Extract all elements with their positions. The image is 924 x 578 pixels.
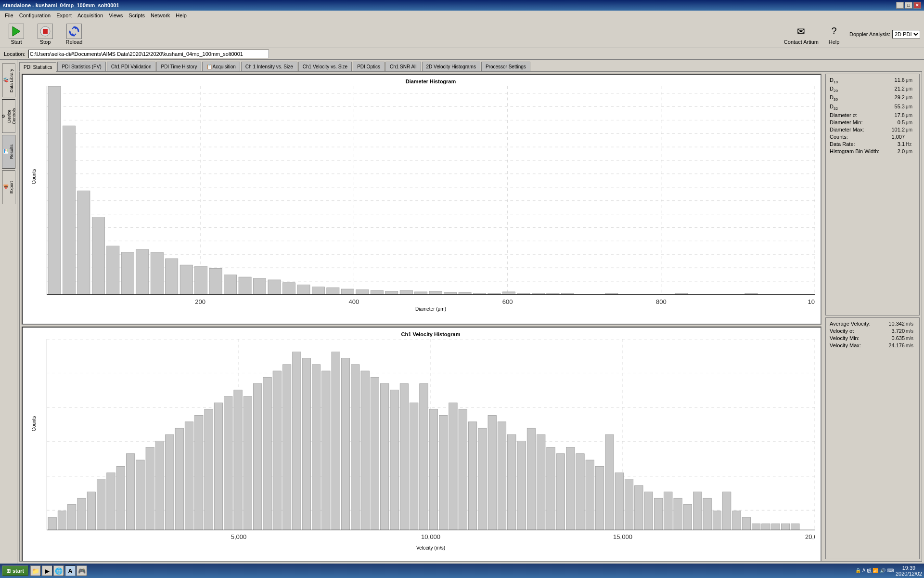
svg-rect-99 (68, 504, 76, 530)
d10-stat: D10 11.6 μm (830, 77, 915, 84)
svg-rect-32 (166, 259, 178, 295)
svg-rect-40 (282, 283, 295, 295)
doppler-analysis-control: Doppler Analysis: 2D PDI 1D PDI LDV (849, 30, 920, 39)
taskbar-apps: 📁 ▶ 🌐 A 🎮 (30, 565, 87, 576)
velocity-chart-panel: Ch1 Velocity Histogram Counts (22, 327, 821, 562)
velocity-x-label: Velocity (m/s) (47, 545, 815, 551)
svg-rect-50 (429, 291, 442, 294)
taskbar: ⊞ start 📁 ▶ 🌐 A 🎮 🔒 A 般 📶 🔊 ⌨ 19:39 2020… (0, 564, 924, 578)
svg-rect-118 (253, 383, 261, 530)
svg-rect-150 (566, 447, 574, 530)
maximize-button[interactable]: □ (905, 2, 912, 9)
svg-rect-108 (155, 441, 164, 530)
svg-rect-154 (605, 434, 614, 530)
stop-button[interactable]: Stop (33, 24, 58, 45)
svg-rect-31 (151, 252, 163, 295)
svg-rect-164 (703, 498, 711, 530)
export-icon: 📤 (3, 185, 8, 190)
svg-rect-148 (547, 447, 555, 530)
location-input[interactable] (28, 50, 269, 58)
reload-label: Reload (66, 39, 83, 45)
doppler-label: Doppler Analysis: (849, 31, 890, 37)
tab-acquisition[interactable]: 📋Acquisition (202, 62, 240, 71)
diameter-min-stat: Diameter Min: 0.5 μm (830, 119, 915, 125)
tab-ch1-intensity-size[interactable]: Ch 1 Intensity vs. Size (241, 62, 297, 71)
tab-pdi-time-history[interactable]: PDI Time History (156, 62, 201, 71)
menu-configuration[interactable]: Configuration (16, 12, 53, 19)
svg-rect-122 (293, 352, 301, 530)
svg-text:400: 400 (349, 298, 359, 305)
svg-rect-141 (478, 428, 487, 530)
taskbar-app-game[interactable]: 🎮 (77, 565, 87, 576)
sidebar-item-device-controls[interactable]: ⚙ Device Controls (2, 99, 15, 133)
tab-ch1-snr-all[interactable]: Ch1 SNR All (385, 62, 421, 71)
svg-rect-29 (121, 252, 134, 295)
contact-artium-button[interactable]: ✉ Contact Artium (784, 24, 819, 45)
menu-file[interactable]: File (2, 12, 16, 19)
reload-button[interactable]: Reload (62, 24, 87, 45)
tab-ch1-pdi-validation[interactable]: Ch1 PDI Validation (107, 62, 156, 71)
svg-rect-2 (43, 29, 48, 34)
tab-processor-settings[interactable]: Processor Settings (481, 62, 530, 71)
svg-rect-156 (625, 479, 633, 530)
svg-rect-43 (327, 288, 339, 295)
svg-rect-152 (586, 460, 594, 530)
svg-rect-161 (674, 498, 682, 530)
svg-rect-24 (48, 86, 61, 295)
tab-pdi-optics[interactable]: PDI Optics (353, 62, 385, 71)
svg-rect-159 (654, 498, 662, 530)
taskbar-app-ie[interactable]: 🌐 (53, 565, 64, 576)
tab-2d-velocity-histograms[interactable]: 2D Velocity Histograms (422, 62, 480, 71)
svg-rect-104 (116, 466, 125, 530)
start-button[interactable]: ⊞ start (2, 565, 28, 576)
taskbar-app-player[interactable]: ▶ (42, 565, 52, 576)
svg-rect-38 (253, 278, 266, 295)
tab-pdi-statistics-pv[interactable]: PDI Statistics (PV) (57, 62, 105, 71)
svg-text:800: 800 (656, 298, 667, 305)
svg-rect-97 (48, 517, 56, 530)
svg-rect-134 (410, 403, 418, 530)
svg-text:20,000: 20,000 (805, 533, 815, 540)
svg-rect-112 (195, 415, 203, 530)
svg-rect-103 (107, 473, 115, 530)
content-area: PDI Statistics PDI Statistics (PV) Ch1 P… (17, 60, 924, 564)
toolbar: Start Stop Reload ✉ Contact Artium ? (0, 20, 924, 48)
taskbar-app-aims[interactable]: A (65, 565, 76, 576)
menu-acquisition[interactable]: Acquisition (75, 12, 106, 19)
menu-views[interactable]: Views (106, 12, 126, 19)
menu-scripts[interactable]: Scripts (126, 12, 148, 19)
svg-rect-155 (615, 473, 623, 530)
svg-rect-120 (273, 371, 281, 530)
sidebar-item-export[interactable]: 📤 Export (2, 171, 15, 204)
tab-pdi-statistics[interactable]: PDI Statistics (19, 62, 56, 72)
svg-rect-137 (439, 415, 447, 530)
minimize-button[interactable]: _ (896, 2, 904, 9)
menu-export[interactable]: Export (53, 12, 75, 19)
svg-rect-35 (209, 268, 222, 294)
taskbar-app-explorer[interactable]: 📁 (30, 565, 41, 576)
svg-rect-133 (400, 383, 408, 530)
svg-rect-171 (771, 524, 780, 530)
diameter-x-label: Diameter (μm) (47, 306, 815, 312)
svg-rect-100 (77, 498, 86, 530)
menu-network[interactable]: Network (148, 12, 173, 19)
help-button[interactable]: ? Help (826, 24, 842, 45)
svg-rect-110 (175, 428, 183, 530)
svg-rect-165 (713, 511, 721, 530)
svg-rect-140 (468, 422, 476, 530)
svg-rect-26 (77, 191, 90, 295)
left-sidebar: 📚 Data Library ⚙ Device Controls 📊 Resul… (0, 60, 17, 564)
svg-rect-138 (449, 403, 457, 530)
menu-help[interactable]: Help (173, 12, 190, 19)
tab-ch1-velocity-size[interactable]: Ch1 Velocity vs. Size (298, 62, 352, 71)
svg-text:15,000: 15,000 (613, 533, 632, 540)
svg-rect-128 (351, 365, 359, 530)
svg-rect-142 (488, 415, 496, 530)
sidebar-item-data-library[interactable]: 📚 Data Library (2, 64, 15, 97)
start-button[interactable]: Start (4, 24, 29, 45)
svg-rect-42 (312, 287, 324, 295)
location-label: Location: (4, 51, 26, 57)
sidebar-item-results[interactable]: 📊 Results (2, 135, 15, 169)
doppler-select[interactable]: 2D PDI 1D PDI LDV (892, 30, 920, 39)
close-button[interactable]: ✕ (913, 2, 921, 9)
